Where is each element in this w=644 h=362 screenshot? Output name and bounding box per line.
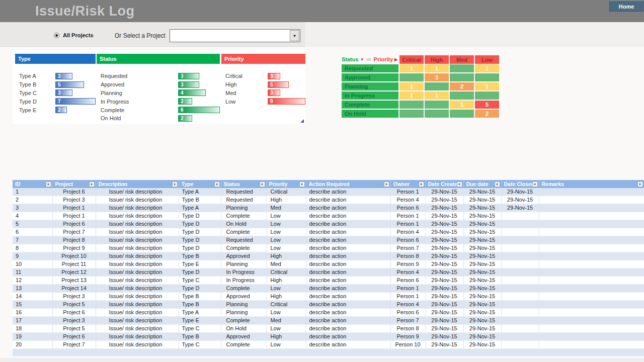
- cell-status[interactable]: Complete: [221, 228, 266, 236]
- cell-action[interactable]: describe action: [306, 277, 390, 285]
- cell-created[interactable]: 29-Nov-15: [425, 236, 463, 244]
- cell-owner[interactable]: Person 4: [390, 228, 425, 236]
- cell-description[interactable]: Issue/ risk description: [96, 285, 179, 293]
- cell-type[interactable]: Type E: [179, 260, 221, 268]
- cell-created[interactable]: 29-Nov-15: [425, 228, 463, 236]
- cell-owner[interactable]: Person 6: [390, 309, 425, 317]
- cell-closed[interactable]: 29-Nov-15: [501, 196, 539, 204]
- cell-priority[interactable]: High: [266, 196, 306, 204]
- cell-status[interactable]: On Hold: [221, 325, 266, 333]
- cell-action[interactable]: describe action: [306, 309, 390, 317]
- cell-project[interactable]: Project 10: [52, 252, 96, 260]
- cell-closed[interactable]: [501, 325, 539, 333]
- cell-closed[interactable]: [501, 260, 539, 268]
- cell-id[interactable]: 4: [13, 212, 52, 220]
- cell-priority[interactable]: Low: [266, 212, 306, 220]
- cell-created[interactable]: 29-Nov-15: [425, 293, 463, 301]
- cell-closed[interactable]: [501, 252, 539, 260]
- cell-priority[interactable]: High: [266, 293, 306, 301]
- cell-project[interactable]: Project 7: [52, 228, 96, 236]
- cell-remarks[interactable]: [539, 333, 644, 341]
- cell-closed[interactable]: [501, 293, 539, 301]
- cell-priority[interactable]: Critical: [266, 188, 306, 196]
- cell-priority[interactable]: Med: [266, 204, 306, 212]
- cell-remarks[interactable]: [539, 228, 644, 236]
- cell-status[interactable]: Requested: [221, 236, 266, 244]
- cell-action[interactable]: describe action: [306, 285, 390, 293]
- filter-icon[interactable]: ▼: [457, 182, 462, 187]
- cell-created[interactable]: [425, 349, 463, 356]
- cell-remarks[interactable]: [539, 268, 644, 277]
- cell-remarks[interactable]: [539, 196, 644, 204]
- cell-description[interactable]: [96, 349, 179, 356]
- filter-icon[interactable]: ▼: [532, 182, 538, 187]
- cell-project[interactable]: Project 9: [52, 244, 96, 252]
- cell-id[interactable]: 13: [13, 285, 52, 293]
- cell-due[interactable]: 29-Nov-15: [463, 293, 501, 301]
- cell-type[interactable]: Type D: [179, 268, 221, 277]
- cell-due[interactable]: 29-Nov-15: [463, 285, 501, 293]
- filter-icon[interactable]: ▼: [384, 182, 389, 187]
- cell-project[interactable]: Project 1: [52, 212, 96, 220]
- home-button[interactable]: Home: [609, 1, 643, 12]
- cell-closed[interactable]: [501, 317, 539, 325]
- cell-id[interactable]: 18: [13, 325, 52, 333]
- cell-owner[interactable]: Person 6: [390, 236, 425, 244]
- cell-owner[interactable]: Person 4: [390, 301, 425, 309]
- cell-status[interactable]: Complete: [221, 341, 266, 349]
- cell-remarks[interactable]: [539, 285, 644, 293]
- cell-type[interactable]: Type D: [179, 285, 221, 293]
- cell-status[interactable]: Planning: [221, 301, 266, 309]
- cell-action[interactable]: describe action: [306, 325, 390, 333]
- cell-priority[interactable]: Med: [266, 260, 306, 268]
- cell-due[interactable]: 29-Nov-15: [463, 196, 501, 204]
- cell-id[interactable]: 2: [13, 196, 52, 204]
- cell-due[interactable]: 29-Nov-15: [463, 333, 501, 341]
- cell-project[interactable]: Project 11: [52, 260, 96, 268]
- cell-priority[interactable]: High: [266, 277, 306, 285]
- dropdown-arrow-icon[interactable]: ▼: [290, 30, 299, 41]
- cell-action[interactable]: describe action: [306, 228, 390, 236]
- cell-remarks[interactable]: [539, 317, 644, 325]
- cell-owner[interactable]: [390, 349, 425, 356]
- cell-created[interactable]: 29-Nov-15: [425, 325, 463, 333]
- cell-owner[interactable]: Person 9: [390, 260, 425, 268]
- cell-remarks[interactable]: [539, 325, 644, 333]
- cell-closed[interactable]: 29-Nov-15: [501, 188, 539, 196]
- cell-project[interactable]: Project 6: [52, 188, 96, 196]
- cell-description[interactable]: Issue/ risk description: [96, 228, 179, 236]
- cell-id[interactable]: 10: [13, 260, 52, 268]
- cell-description[interactable]: Issue/ risk description: [96, 301, 179, 309]
- cell-description[interactable]: Issue/ risk description: [96, 236, 179, 244]
- cell-status[interactable]: Requested: [221, 196, 266, 204]
- cell-project[interactable]: Project 7: [52, 341, 96, 349]
- cell-priority[interactable]: Low: [266, 341, 306, 349]
- cell-description[interactable]: Issue/ risk description: [96, 196, 179, 204]
- cell-created[interactable]: 29-Nov-15: [425, 317, 463, 325]
- filter-icon[interactable]: ▼: [299, 182, 305, 187]
- cell-created[interactable]: 29-Nov-15: [425, 309, 463, 317]
- cell-remarks[interactable]: [539, 204, 644, 212]
- cell-closed[interactable]: [501, 285, 539, 293]
- cell-closed[interactable]: [501, 268, 539, 277]
- cell-closed[interactable]: [501, 220, 539, 228]
- cell-due[interactable]: 29-Nov-15: [463, 325, 501, 333]
- cell-owner[interactable]: Person 7: [390, 317, 425, 325]
- cell-owner[interactable]: Person 1: [390, 285, 425, 293]
- cell-created[interactable]: 29-Nov-15: [425, 285, 463, 293]
- cell-owner[interactable]: Person 7: [390, 244, 425, 252]
- cell-owner[interactable]: Person 1: [390, 188, 425, 196]
- cell-type[interactable]: [179, 349, 221, 356]
- cell-action[interactable]: describe action: [306, 212, 390, 220]
- cell-remarks[interactable]: [539, 220, 644, 228]
- cell-id[interactable]: 12: [13, 277, 52, 285]
- cell-priority[interactable]: High: [266, 333, 306, 341]
- cell-project[interactable]: Project 13: [52, 277, 96, 285]
- cell-action[interactable]: describe action: [306, 220, 390, 228]
- cell-type[interactable]: Type B: [179, 196, 221, 204]
- cell-owner[interactable]: Person 1: [390, 212, 425, 220]
- filter-icon[interactable]: ▼: [172, 182, 178, 187]
- cell-due[interactable]: 29-Nov-15: [463, 317, 501, 325]
- cell-closed[interactable]: [501, 236, 539, 244]
- cell-project[interactable]: [52, 349, 96, 356]
